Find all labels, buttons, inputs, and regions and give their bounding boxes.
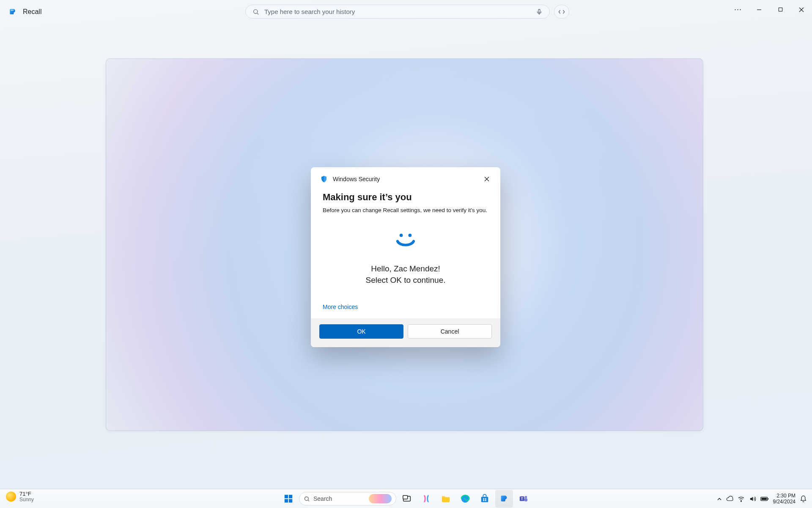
copilot-button[interactable] [417, 490, 435, 508]
recall-titlebar: Recall ··· [0, 0, 812, 23]
task-view-icon [403, 495, 411, 502]
svg-rect-6 [779, 8, 782, 11]
weather-sun-icon [6, 491, 16, 502]
onedrive-tray-icon[interactable] [726, 495, 733, 502]
search-icon [252, 8, 259, 15]
hello-line-2: Select OK to continue. [323, 275, 488, 286]
close-button[interactable] [791, 0, 812, 19]
svg-point-12 [409, 234, 412, 237]
timeline-icon [558, 9, 565, 15]
weather-widget[interactable]: 71°F Sunny [6, 491, 34, 502]
volume-tray-icon[interactable] [749, 495, 756, 502]
weather-temp: 71°F [19, 491, 34, 497]
svg-point-1 [254, 9, 258, 13]
svg-rect-16 [289, 499, 292, 502]
window-controls: ··· [727, 0, 812, 19]
svg-rect-20 [403, 496, 408, 499]
recall-window: Recall ··· [0, 0, 812, 489]
bell-icon [800, 495, 807, 502]
dialog-header: Windows Security [311, 167, 500, 189]
svg-rect-35 [761, 498, 767, 500]
recall-logo-icon [8, 7, 18, 17]
history-search-field[interactable] [245, 5, 550, 19]
svg-rect-0 [11, 10, 14, 11]
taskbar-search-placeholder: Search [313, 495, 332, 502]
dialog-close-button[interactable] [481, 173, 493, 185]
windows-logo-icon [284, 494, 293, 503]
dialog-body: Making sure it’s you Before you can chan… [311, 189, 500, 318]
maximize-button[interactable] [770, 0, 791, 19]
store-button[interactable] [476, 490, 494, 508]
store-icon [480, 494, 489, 503]
svg-rect-3 [538, 9, 540, 13]
tray-date: 9/24/2024 [773, 499, 796, 505]
svg-rect-27 [485, 500, 486, 501]
battery-tray-icon[interactable] [760, 496, 769, 502]
file-explorer-button[interactable] [437, 490, 455, 508]
tray-time: 2:30 PM [773, 493, 796, 499]
svg-point-32 [741, 501, 741, 502]
chevron-up-icon [717, 497, 722, 502]
hello-greeting: Hello, Zac Mendez! Select OK to continue… [323, 263, 488, 286]
recall-glyph-icon [8, 8, 17, 16]
shield-icon [320, 175, 328, 183]
copilot-icon [422, 494, 431, 503]
teams-button[interactable]: T [515, 490, 532, 508]
taskbar: 71°F Sunny Search [0, 489, 812, 508]
search-highlight-icon [369, 494, 392, 503]
svg-marker-33 [750, 497, 752, 501]
cancel-button[interactable]: Cancel [408, 324, 492, 339]
recall-title: Recall [23, 8, 41, 16]
task-view-button[interactable] [398, 490, 416, 508]
svg-rect-21 [442, 497, 450, 502]
close-icon [484, 177, 489, 182]
system-tray: 2:30 PM 9/24/2024 [717, 489, 807, 508]
weather-condition: Sunny [19, 497, 34, 502]
dialog-heading: Making sure it’s you [323, 192, 488, 203]
svg-rect-25 [485, 498, 486, 500]
windows-hello-face-icon [323, 231, 488, 250]
wifi-icon [738, 495, 745, 502]
teams-icon: T [519, 494, 528, 503]
search-icon [304, 496, 310, 502]
recall-taskbar-button[interactable] [495, 490, 513, 508]
windows-security-dialog: Windows Security Making sure it’s you Be… [311, 167, 500, 347]
svg-rect-24 [483, 498, 484, 500]
svg-rect-36 [768, 498, 768, 500]
dialog-subtitle: Before you can change Recall settings, w… [323, 207, 488, 213]
minimize-button[interactable] [749, 0, 770, 19]
svg-point-17 [305, 497, 309, 500]
wifi-tray-icon[interactable] [738, 495, 745, 502]
svg-rect-14 [289, 495, 292, 498]
clock[interactable]: 2:30 PM 9/24/2024 [773, 493, 796, 504]
start-button[interactable] [280, 490, 297, 508]
svg-point-30 [525, 496, 527, 499]
more-choices-link[interactable]: More choices [323, 304, 358, 310]
speaker-icon [749, 495, 756, 502]
cloud-icon [726, 495, 733, 502]
dialog-title: Windows Security [333, 176, 481, 182]
svg-rect-26 [483, 500, 484, 501]
recall-icon [499, 494, 509, 503]
edge-button[interactable] [456, 490, 474, 508]
history-search-input[interactable] [264, 8, 536, 15]
svg-text:T: T [521, 497, 523, 501]
edge-icon [461, 494, 470, 503]
more-options-button[interactable]: ··· [727, 0, 749, 19]
svg-rect-23 [481, 497, 488, 502]
taskbar-center: Search [280, 490, 532, 508]
tray-overflow-button[interactable] [717, 497, 722, 502]
ok-button[interactable]: OK [319, 324, 403, 339]
hello-line-1: Hello, Zac Mendez! [323, 263, 488, 275]
dialog-footer: OK Cancel [311, 318, 500, 347]
battery-icon [760, 496, 769, 502]
folder-icon [441, 494, 450, 503]
taskbar-search[interactable]: Search [299, 492, 396, 505]
svg-rect-31 [524, 498, 527, 501]
svg-rect-15 [285, 499, 288, 502]
svg-line-2 [257, 13, 258, 14]
notifications-button[interactable] [800, 495, 807, 502]
timeline-toggle-button[interactable] [554, 5, 569, 19]
svg-point-11 [400, 234, 403, 237]
mic-icon[interactable] [536, 8, 543, 15]
